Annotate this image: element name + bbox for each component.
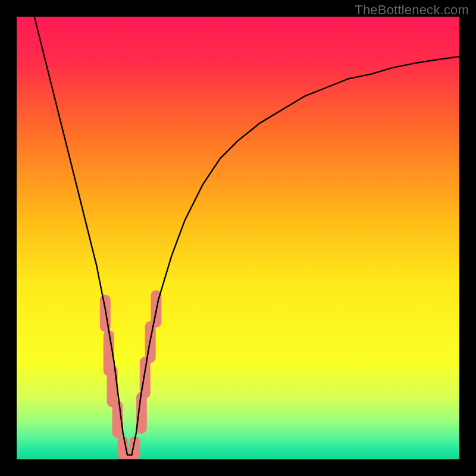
outer-frame: TheBottleneck.com <box>0 0 476 476</box>
plot-area <box>17 17 459 459</box>
watermark-text: TheBottleneck.com <box>355 2 469 18</box>
curve-layer <box>17 17 459 459</box>
bottleneck-curve <box>35 17 459 455</box>
marker-group <box>105 296 156 455</box>
